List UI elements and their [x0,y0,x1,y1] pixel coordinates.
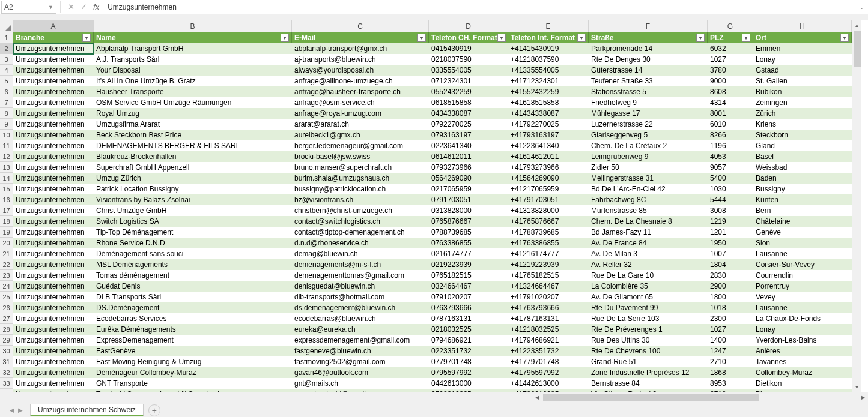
filter-dropdown-icon[interactable]: ▾ [82,34,91,42]
cell[interactable]: Umzugsunternehmen [13,367,94,378]
cell[interactable]: Umzugsunternehmen [13,313,94,324]
cell[interactable]: Lonay [753,324,852,335]
cell[interactable]: Umzugsunternehmen [13,184,94,194]
column-header-A[interactable]: A [13,20,94,32]
cell[interactable]: Rte De Préverenges 1 [589,324,708,335]
cell[interactable]: Künten [753,194,852,205]
cell[interactable]: Basel [753,151,852,162]
cell[interactable]: Hausheer Transporte [94,86,292,97]
cell[interactable]: +41434338087 [508,108,589,119]
cell[interactable]: 1800 [708,292,753,302]
cell[interactable]: A.J. Transports Sàrl [94,54,292,65]
row-header[interactable]: 18 [0,216,13,227]
cell[interactable]: Traslochi Smontaggio mobili Sgomberi [94,389,292,392]
row-header[interactable]: 34 [0,389,13,392]
column-header-E[interactable]: E [508,20,589,32]
cell[interactable]: 0779701748 [429,356,508,367]
cell[interactable]: contact@switchlogistics.ch [292,216,429,227]
cell[interactable]: Bubikon [753,86,852,97]
cell[interactable]: Glariseggerweg 5 [589,130,708,140]
cell[interactable]: +41564269090 [508,173,589,184]
cell[interactable]: demag@bluewin.ch [292,248,429,259]
cell[interactable]: Courrendlin [753,270,852,281]
cell[interactable]: Umzugsunternehmen [13,248,94,259]
cell[interactable]: Teufener Straße 33 [589,76,708,86]
cell[interactable]: Luzernerstrasse 22 [589,119,708,130]
cell[interactable]: Umzugsunternehmen [13,356,94,367]
cell[interactable]: Umzugsunternehmen [13,216,94,227]
scroll-down-icon[interactable]: ▼ [852,382,862,392]
cell[interactable]: Umzugsunternehmen [13,108,94,119]
row-header[interactable]: 13 [0,162,13,173]
cell[interactable]: La Colombière 35 [589,281,708,292]
cell[interactable]: gavari46@outlook.com [292,367,429,378]
cell[interactable]: anfrage@hausheer-transporte.ch [292,86,429,97]
cell[interactable]: +41763386855 [508,238,589,248]
cell[interactable]: +41217065959 [508,184,589,194]
cell[interactable]: Rue Des Uttins 30 [589,335,708,346]
cell[interactable]: +41712324301 [508,76,589,86]
cell[interactable]: Genève [753,227,852,238]
cell[interactable]: Umzugsunternehmen [13,173,94,184]
cell[interactable]: demenagementtomas@gmail.com [292,270,429,281]
cell[interactable]: Bd James-Fazy 11 [589,227,708,238]
cell[interactable]: 1018 [708,302,753,313]
column-header-F[interactable]: F [589,20,708,32]
row-header[interactable]: 16 [0,194,13,205]
row-header[interactable]: 4 [0,65,13,76]
cell[interactable]: Umzugsunternehmen [13,302,94,313]
cell[interactable]: 0223641340 [429,140,508,151]
formula-bar-expand-icon[interactable]: ⌄ [856,4,868,10]
cell[interactable]: 0763386855 [429,238,508,248]
cell[interactable]: 1196 [708,140,753,151]
cell[interactable]: Av. De Milan 3 [589,248,708,259]
cell[interactable]: 1201 [708,227,753,238]
cell[interactable]: Guédat Denis [94,281,292,292]
cell[interactable]: ExpressDemenagement [94,335,292,346]
cell[interactable]: 0434338087 [429,108,508,119]
cell[interactable]: Stationsstrasse 5 [589,86,708,97]
cell[interactable]: ecodebarras@bluewin.ch [292,313,429,324]
cell[interactable]: OSM Service GmbH Umzüge Räumungen [94,97,292,108]
cell[interactable]: 8608 [708,86,753,97]
cell[interactable]: 2830 [708,270,753,281]
filter-dropdown-icon[interactable]: ▾ [742,34,750,42]
name-box-dropdown-icon[interactable]: ▼ [48,4,53,10]
column-header-D[interactable]: D [429,20,508,32]
cell[interactable]: +41795597992 [508,367,589,378]
cell[interactable]: 0415430919 [429,43,508,54]
cell[interactable]: 4053 [708,151,753,162]
cell[interactable]: Mühlegasse 17 [589,108,708,119]
cell[interactable]: Abplanalp Transport GmbH [94,43,292,54]
cell[interactable]: Chem. De La Chesnaie 8 [589,216,708,227]
cell[interactable]: Bussigny [753,184,852,194]
cell[interactable]: Châtelaine [753,216,852,227]
cell[interactable]: Christ Umzüge GmbH [94,205,292,216]
cell[interactable]: 0791703051 [429,194,508,205]
cell[interactable]: Umzugsunternehmen [13,65,94,76]
cell[interactable]: gognatraslochi@gmail.com [292,389,429,392]
cell[interactable]: anfrage@osm-service.ch [292,97,429,108]
cell[interactable]: 0219223939 [429,259,508,270]
cell[interactable]: 5400 [708,173,753,184]
cell[interactable]: 0564269090 [429,173,508,184]
cell[interactable]: +41793273966 [508,162,589,173]
cell[interactable]: Mellingerstrasse 31 [589,173,708,184]
cell[interactable]: 6710 [708,389,753,392]
cell[interactable]: Kriens [753,119,852,130]
cell[interactable]: 1804 [708,259,753,270]
cell[interactable]: 4314 [708,97,753,108]
cell[interactable]: ds.demenagement@bluewin.ch [292,302,429,313]
cell[interactable]: Umzugsunternehmen [13,119,94,130]
cell[interactable]: 6032 [708,43,753,54]
cell[interactable]: 0793273966 [429,162,508,173]
cell[interactable]: Umzugsunternehmen [13,43,94,54]
cell[interactable]: +41763793666 [508,302,589,313]
cell[interactable]: gnt@mails.ch [292,378,429,389]
cell[interactable]: Tip-Top Déménagement [94,227,292,238]
cell[interactable]: +41791703051 [508,194,589,205]
cell[interactable]: Déménagement sans souci [94,248,292,259]
cell[interactable]: contact@tiptop-demenagement.ch [292,227,429,238]
cell[interactable]: +41779701748 [508,356,589,367]
cell[interactable]: Av. Reller 32 [589,259,708,270]
